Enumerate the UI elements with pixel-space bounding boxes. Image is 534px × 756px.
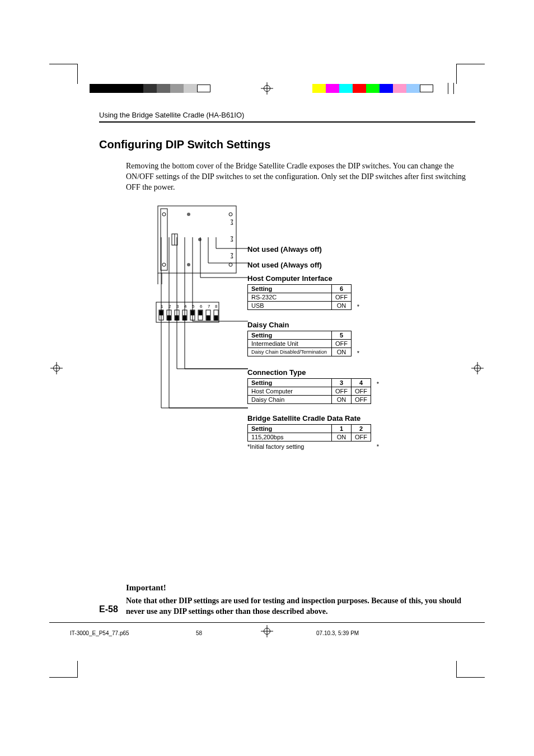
svg-point-4 [229, 213, 232, 216]
svg-text:7: 7 [208, 304, 210, 309]
svg-text:4: 4 [184, 304, 187, 309]
svg-point-2 [162, 213, 166, 216]
initial-star: * [377, 443, 379, 450]
registration-mark-icon [263, 627, 271, 636]
svg-point-7 [187, 263, 190, 266]
svg-rect-31 [191, 311, 194, 315]
svg-text:3: 3 [176, 304, 179, 309]
host-if-title: Host Computer Interface [247, 274, 352, 283]
svg-rect-37 [214, 316, 218, 320]
svg-rect-1 [161, 209, 167, 270]
host-if-table: Setting6 RS-232COFF USBON [247, 284, 352, 310]
conn-table: Setting34 Host ComputerOFFOFF Daisy Chai… [247, 378, 371, 404]
svg-rect-35 [207, 316, 210, 320]
daisy-table: Setting5 Intermediate UnitOFF Daisy Chai… [247, 331, 352, 356]
svg-rect-23 [160, 311, 163, 315]
svg-point-3 [162, 263, 166, 266]
cradle-outline-icon [155, 203, 245, 304]
initial-star: * [357, 350, 359, 356]
page-number: E-58 [99, 604, 118, 614]
footer-date: 07.10.3, 5:39 PM [316, 630, 359, 636]
greyscale-swatches [90, 84, 210, 93]
svg-text:8: 8 [215, 304, 218, 309]
footer-rule [49, 622, 485, 623]
intro-paragraph: Removing the bottom cover of the Bridge … [99, 161, 475, 193]
daisy-title: Daisy Chain [247, 321, 352, 329]
important-heading: Important! [99, 583, 475, 593]
important-body: Note that other DIP settings are used fo… [99, 596, 475, 617]
svg-rect-25 [167, 316, 171, 320]
dip-switch-diagram: 1 2 3 4 5 6 7 8 [99, 203, 475, 331]
header-rule [99, 121, 475, 123]
svg-rect-0 [158, 206, 236, 273]
initial-star: * [357, 303, 359, 310]
dip-block-icon: 1 2 3 4 5 6 7 8 [155, 301, 222, 329]
initial-star: * [377, 381, 379, 387]
rate-table: Setting12 115,200bpsONOFF [247, 424, 371, 442]
registration-mark-icon [263, 84, 271, 93]
svg-rect-27 [175, 316, 179, 320]
registration-mark-icon [52, 364, 61, 373]
svg-point-5 [229, 263, 232, 266]
footer-file: IT-3000_E_P54_77.p65 [70, 630, 129, 636]
page-title: Configuring DIP Switch Settings [99, 138, 475, 151]
svg-text:1: 1 [161, 304, 163, 309]
footnote: *Initial factory setting [247, 443, 371, 450]
svg-text:2: 2 [168, 304, 171, 309]
conn-title: Connection Type [247, 368, 371, 377]
sw8-label: Not used (Always off) [247, 245, 322, 253]
svg-point-8 [198, 238, 202, 241]
sw7-label: Not used (Always off) [247, 261, 322, 269]
svg-rect-29 [183, 316, 186, 320]
rate-title: Bridge Satellite Cradle Data Rate [247, 414, 371, 422]
svg-text:5: 5 [192, 304, 195, 309]
svg-point-6 [187, 213, 190, 216]
svg-rect-33 [199, 311, 202, 315]
cmyk-swatches [312, 84, 433, 93]
running-head: Using the Bridge Satellite Cradle (HA-B6… [99, 111, 475, 119]
svg-text:6: 6 [200, 304, 203, 309]
footer-page: 58 [196, 630, 202, 636]
